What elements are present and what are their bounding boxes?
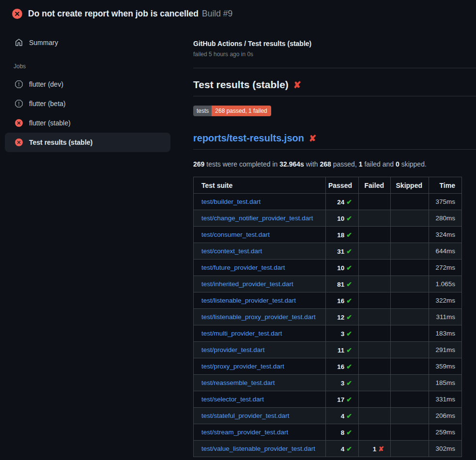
failed-cell: 1✘ <box>359 441 391 457</box>
report-heading: reports/test-results.json ✘ <box>193 133 476 150</box>
count-value: 31 <box>337 248 344 255</box>
summary-text: failed and <box>363 160 396 168</box>
passed-cell: 16✔ <box>326 292 359 309</box>
count-value: 17 <box>337 396 344 403</box>
skipped-cell <box>391 309 429 325</box>
failed-x-circle-icon <box>12 9 22 19</box>
test-suite-link[interactable]: test/consumer_test.dart <box>201 231 270 238</box>
skipped-cell <box>391 441 429 457</box>
test-suite-link[interactable]: test/proxy_provider_test.dart <box>201 363 284 370</box>
sidebar-item-job-0[interactable]: flutter (dev) <box>5 75 170 94</box>
passed-cell: 8✔ <box>326 424 359 441</box>
time-cell: 291ms <box>429 342 462 358</box>
table-row: test/inherited_provider_test.dart81✔1.06… <box>194 276 462 292</box>
passed-cell: 16✔ <box>326 358 359 375</box>
check-run-breadcrumb: GitHub Actions / Test results (stable) <box>193 40 476 47</box>
passed-cell: 12✔ <box>326 309 359 325</box>
build-number: Build #9 <box>202 9 232 19</box>
skipped-cell <box>391 408 429 424</box>
failed-cell <box>359 260 391 276</box>
time-cell: 644ms <box>429 243 462 260</box>
test-suite-link[interactable]: test/future_provider_test.dart <box>201 264 285 271</box>
skipped-cell <box>391 227 429 243</box>
table-row: test/consumer_test.dart18✔324ms <box>194 227 462 243</box>
failed-cell <box>359 276 391 292</box>
test-suite-link[interactable]: test/selector_test.dart <box>201 396 264 403</box>
test-suite-link[interactable]: test/listenable_provider_test.dart <box>201 297 296 304</box>
summary-text: passed, <box>331 160 359 168</box>
time-cell: 1.065s <box>429 276 462 292</box>
check-icon: ✔ <box>346 264 352 272</box>
passed-cell: 10✔ <box>326 260 359 276</box>
time-cell: 311ms <box>429 309 462 325</box>
test-suite-link[interactable]: test/stateful_provider_test.dart <box>201 412 290 419</box>
passed-cell: 4✔ <box>326 408 359 424</box>
time-cell: 183ms <box>429 325 462 342</box>
passed-cell: 24✔ <box>326 194 359 210</box>
stop-cancelled-icon <box>15 100 23 107</box>
failed-cell <box>359 408 391 424</box>
sidebar-item-job-3[interactable]: Test results (stable) <box>5 133 170 152</box>
test-suite-link[interactable]: test/value_listenable_provider_test.dart <box>201 445 315 452</box>
count-value: 11 <box>338 347 344 354</box>
summary-text: with <box>304 160 320 168</box>
sidebar-item-job-2[interactable]: flutter (stable) <box>5 113 170 133</box>
test-suite-link[interactable]: test/context_test.dart <box>201 247 262 255</box>
check-icon: ✔ <box>346 429 352 436</box>
time-cell: 324ms <box>429 227 462 243</box>
table-row: test/multi_provider_test.dart3✔183ms <box>194 325 462 342</box>
report-file-link[interactable]: reports/test-results.json <box>193 133 304 144</box>
skipped-cell <box>391 375 429 391</box>
jobs-list: flutter (dev)flutter (beta)flutter (stab… <box>0 75 184 152</box>
time-cell: 272ms <box>429 260 462 276</box>
check-icon: ✔ <box>346 363 352 370</box>
jobs-section-label: Jobs <box>14 63 184 70</box>
test-suite-link[interactable]: test/reassemble_test.dart <box>201 379 275 386</box>
sidebar-item-job-1[interactable]: flutter (beta) <box>5 94 170 113</box>
test-suite-link[interactable]: test/stream_provider_test.dart <box>201 429 288 436</box>
failed-cell <box>359 342 391 358</box>
failed-cell <box>359 309 391 325</box>
skipped-cell <box>391 391 429 408</box>
sidebar-item-summary[interactable]: Summary <box>5 34 170 51</box>
time-cell: 375ms <box>429 194 462 210</box>
passed-cell: 11✔ <box>326 342 359 358</box>
failed-cell <box>359 243 391 260</box>
test-suite-link[interactable]: test/listenable_proxy_provider_test.dart <box>201 313 316 321</box>
count-value: 4 <box>341 413 345 420</box>
skipped-cell <box>391 260 429 276</box>
test-results-table: Test suite Passed Failed Skipped Time te… <box>193 177 462 457</box>
test-suite-link[interactable]: test/change_notifier_provider_test.dart <box>201 215 313 222</box>
duration-value: 32.964s <box>279 160 304 168</box>
run-meta-text: failed 5 hours ago in 0s <box>193 51 476 58</box>
check-icon: ✔ <box>346 247 352 255</box>
test-suite-link[interactable]: test/builder_test.dart <box>201 198 261 205</box>
check-icon: ✔ <box>346 231 352 239</box>
divider <box>193 68 476 68</box>
job-label: flutter (beta) <box>29 100 65 107</box>
table-row: test/future_provider_test.dart10✔272ms <box>194 260 462 276</box>
table-row: test/context_test.dart31✔644ms <box>194 243 462 260</box>
badge-value: 268 passed, 1 failed <box>212 106 271 116</box>
time-cell: 331ms <box>429 391 462 408</box>
passed-cell: 31✔ <box>326 243 359 260</box>
job-label: flutter (stable) <box>29 119 71 127</box>
skipped-cell <box>391 194 429 210</box>
test-suite-link[interactable]: test/multi_provider_test.dart <box>201 330 282 337</box>
failed-cell <box>359 227 391 243</box>
col-header-time: Time <box>429 177 462 194</box>
summary-text: tests were completed in <box>204 160 279 168</box>
sidebar-summary-label: Summary <box>29 39 58 46</box>
skipped-cell <box>391 358 429 375</box>
count-value: 24 <box>337 199 344 206</box>
jobs-sidebar: Summary Jobs flutter (dev)flutter (beta)… <box>0 27 184 152</box>
failed-cell <box>359 325 391 342</box>
test-suite-link[interactable]: test/inherited_provider_test.dart <box>201 280 293 288</box>
col-header-test-suite: Test suite <box>194 177 326 194</box>
count-value: 18 <box>337 231 344 239</box>
table-row: test/provider_test.dart11✔291ms <box>194 342 462 358</box>
test-suite-link[interactable]: test/provider_test.dart <box>201 346 265 353</box>
count-value: 16 <box>337 297 344 305</box>
failed-x-mark-icon: ✘ <box>309 134 316 143</box>
table-row: test/proxy_provider_test.dart16✔359ms <box>194 358 462 375</box>
